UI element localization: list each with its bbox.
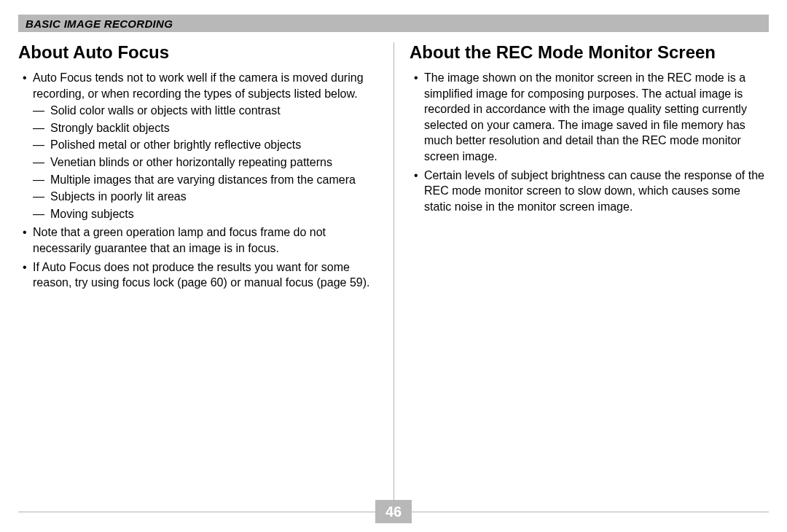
- dash-item: Subjects in poorly lit areas: [33, 189, 377, 205]
- right-bullet-list: The image shown on the monitor screen in…: [410, 70, 769, 214]
- bullet-text: If Auto Focus does not produce the resul…: [33, 261, 369, 289]
- dash-item: Polished metal or other brightly reflect…: [33, 137, 377, 153]
- bullet-item: The image shown on the monitor screen in…: [410, 70, 769, 165]
- bullet-item: Note that a green operation lamp and foc…: [18, 224, 377, 256]
- header-bar: BASIC IMAGE RECORDING: [18, 15, 769, 32]
- bullet-text: Certain levels of subject brightness can…: [424, 169, 764, 213]
- left-heading: About Auto Focus: [18, 42, 377, 63]
- dash-item: Strongly backlit objects: [33, 120, 377, 136]
- footer-line-right: [412, 512, 769, 512]
- left-bullet-list: Auto Focus tends not to work well if the…: [18, 70, 377, 291]
- bullet-item: If Auto Focus does not produce the resul…: [18, 259, 377, 291]
- bullet-text: The image shown on the monitor screen in…: [424, 71, 747, 163]
- footer: 46: [18, 500, 769, 523]
- dash-item: Multiple images that are varying distanc…: [33, 172, 377, 188]
- left-column: About Auto Focus Auto Focus tends not to…: [18, 42, 394, 487]
- manual-page: BASIC IMAGE RECORDING About Auto Focus A…: [0, 0, 787, 532]
- section-title: BASIC IMAGE RECORDING: [26, 17, 173, 30]
- right-heading: About the REC Mode Monitor Screen: [410, 42, 769, 63]
- dash-item: Solid color walls or objects with little…: [33, 103, 377, 119]
- bullet-item: Auto Focus tends not to work well if the…: [18, 70, 377, 222]
- dash-item: Moving subjects: [33, 206, 377, 222]
- bullet-text: Note that a green operation lamp and foc…: [33, 226, 326, 254]
- right-column: About the REC Mode Monitor Screen The im…: [394, 42, 769, 487]
- dash-item: Venetian blinds or other horizontally re…: [33, 154, 377, 171]
- bullet-text: Auto Focus tends not to work well if the…: [33, 71, 364, 100]
- column-divider: [394, 42, 394, 509]
- page-number: 46: [375, 500, 412, 523]
- footer-line-left: [18, 512, 375, 512]
- bullet-item: Certain levels of subject brightness can…: [410, 168, 769, 215]
- dash-list: Solid color walls or objects with little…: [33, 103, 377, 222]
- content-area: About Auto Focus Auto Focus tends not to…: [18, 42, 769, 487]
